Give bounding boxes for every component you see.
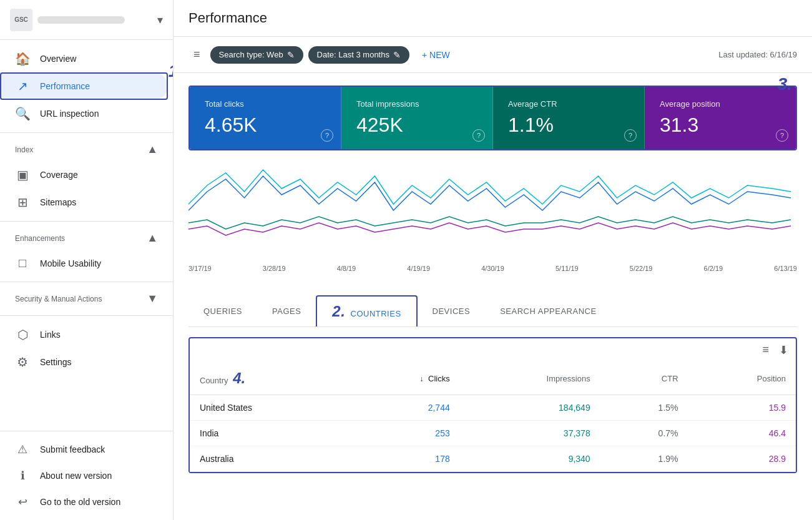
chart-label-3: 4/19/19 [407,265,430,272]
stat-card-average-ctr[interactable]: Average CTR 1.1% ? [493,87,645,149]
date-label: Date: Last 3 months [317,50,389,59]
countries-table: Country 4. ↓ Clicks Impressions CTR Posi [190,362,796,472]
index-section-toggle[interactable]: ▲ [147,143,158,156]
cell-position-1: 46.4 [688,421,796,446]
download-icon[interactable]: ⬇ [779,343,788,357]
nav-divider-4 [0,315,173,316]
performance-chart [188,160,797,260]
chart-x-labels: 3/17/19 3/28/19 4/8/19 4/19/19 4/30/19 5… [188,262,797,275]
links-icon: ⬡ [15,327,30,342]
index-section-label: Index [15,145,33,154]
th-clicks[interactable]: ↓ Clicks [350,362,460,395]
total-impressions-help-icon[interactable]: ? [472,129,485,142]
nav-divider-3 [0,282,173,282]
sidebar-item-links[interactable]: ⬡ Links [0,321,168,348]
footer-item-go-to-old-version[interactable]: ↩ Go to the old version [0,489,173,515]
sort-arrow-icon: ↓ [419,375,423,383]
sidebar-logo: GSC [10,9,32,31]
page-title: Performance [188,10,267,26]
table-row[interactable]: Australia 178 9,340 1.9% 28.9 [190,446,796,472]
tab-pages[interactable]: PAGES [257,298,316,325]
chart-label-2: 4/8/19 [337,265,356,272]
tab-search-appearance[interactable]: SEARCH APPEARANCE [485,298,611,325]
enhancements-section-toggle[interactable]: ▲ [147,232,158,245]
search-type-label: Search type: Web [219,50,283,59]
th-ctr: CTR [600,362,688,395]
filter-rows-icon[interactable]: ≡ [762,343,769,357]
sidebar-footer: ⚠ Submit feedback ℹ About new version ↩ … [0,431,173,520]
index-section-header: Index ▲ [0,138,173,161]
tab-devices[interactable]: DEVICES [418,298,486,325]
sidebar-item-overview-label: Overview [40,54,76,64]
stat-card-average-position[interactable]: Average position 31.3 ? [645,87,796,149]
logo-text: GSC [14,16,28,23]
average-ctr-help-icon[interactable]: ? [624,129,637,142]
search-type-chip[interactable]: Search type: Web ✎ [210,46,303,64]
chart-label-6: 5/22/19 [630,265,653,272]
tab-countries-label: COUNTRIES [351,309,401,318]
tab-countries[interactable]: 2. COUNTRIES [316,295,417,326]
footer-go-to-old-version-label: Go to the old version [40,497,120,507]
site-url-blurred [37,16,125,24]
cell-ctr-1: 0.7% [600,421,688,446]
sidebar-item-links-label: Links [40,330,61,340]
sidebar-item-performance[interactable]: ↗ Performance 1. [0,72,168,100]
tab-pages-label: PAGES [272,307,301,316]
cell-country-2: Australia [190,446,350,472]
sidebar-navigation: 🏠 Overview ↗ Performance 1. 🔍 URL inspec… [0,40,173,431]
chart-label-0: 3/17/19 [188,265,212,272]
enhancements-section-header: Enhancements ▲ [0,227,173,250]
new-button-label: + NEW [422,50,450,60]
exit-icon: ↩ [15,495,30,509]
cell-country-1: India [190,421,350,446]
footer-item-submit-feedback[interactable]: ⚠ Submit feedback [0,436,173,463]
table-row[interactable]: United States 2,744 184,649 1.5% 15.9 [190,395,796,421]
date-chip[interactable]: Date: Last 3 months ✎ [308,46,409,64]
sidebar-item-mobile-usability-label: Mobile Usability [40,258,101,268]
sidebar-item-sitemaps[interactable]: ⊞ Sitemaps [0,189,168,216]
annotation-4: 4. [233,370,245,386]
trending-up-icon: ↗ [15,79,30,94]
filter-icon[interactable]: ≡ [188,44,205,65]
total-clicks-help-icon[interactable]: ? [321,129,333,142]
enhancements-section-label: Enhancements [15,234,65,243]
cell-position-0: 15.9 [688,395,796,421]
chart-label-8: 6/13/19 [774,265,797,272]
new-button[interactable]: + NEW [414,46,457,64]
cell-clicks-0: 2,744 [350,395,460,421]
cell-country-0: United States [190,395,350,421]
sidebar-item-coverage[interactable]: ▣ Coverage [0,161,168,189]
footer-item-about-new-version[interactable]: ℹ About new version [0,463,173,489]
settings-icon: ⚙ [15,355,30,370]
security-section-toggle[interactable]: ▼ [147,292,158,305]
annotation-1: 1. [169,61,174,81]
sidebar-chevron-icon[interactable]: ▾ [157,13,163,27]
th-impressions-label: Impressions [547,374,590,383]
sidebar-item-settings[interactable]: ⚙ Settings [0,348,168,376]
table-toolbar: ≡ ⬇ [190,338,796,362]
sidebar-item-url-inspection[interactable]: 🔍 URL inspection [0,100,168,127]
table-body: United States 2,744 184,649 1.5% 15.9 In… [190,395,796,472]
tab-queries[interactable]: QUERIES [188,298,257,325]
th-country-label: Country [200,376,228,385]
th-impressions: Impressions [460,362,600,395]
cell-impressions-2: 9,340 [460,446,600,472]
table-row[interactable]: India 253 37,378 0.7% 46.4 [190,421,796,446]
stats-section: Total clicks 4.65K ? Total impressions 4… [188,86,797,150]
page-header: Performance [174,0,812,37]
sidebar: GSC ▾ 🏠 Overview ↗ Performance 1. 🔍 URL … [0,0,174,520]
chart-section: 3/17/19 3/28/19 4/8/19 4/19/19 4/30/19 5… [188,160,797,285]
sidebar-item-overview[interactable]: 🏠 Overview [0,45,168,72]
toolbar: ≡ Search type: Web ✎ Date: Last 3 months… [174,37,812,73]
th-position-label: Position [757,374,786,383]
th-country: Country 4. [190,362,350,395]
table-section: ≡ ⬇ Country 4. ↓ Clicks Impressions [188,337,797,473]
stat-card-total-clicks[interactable]: Total clicks 4.65K ? [190,87,341,149]
sidebar-item-performance-label: Performance [40,81,90,91]
stats-wrapper: Total clicks 4.65K ? Total impressions 4… [174,73,812,150]
stat-card-total-impressions[interactable]: Total impressions 425K ? [341,87,493,149]
annotation-2: 2. [332,303,345,320]
sidebar-header: GSC ▾ [0,0,173,40]
sidebar-item-mobile-usability[interactable]: □ Mobile Usability [0,250,168,277]
average-position-help-icon[interactable]: ? [776,129,788,142]
